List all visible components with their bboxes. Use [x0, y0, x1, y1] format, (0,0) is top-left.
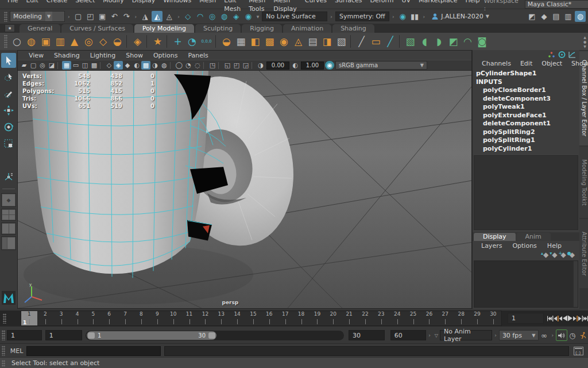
lasso-select-tool[interactable] [1, 70, 16, 85]
colorspace-dropdown[interactable]: sRGB gamma ▼ [335, 61, 427, 70]
exposure-icon[interactable]: ◑ [256, 61, 265, 70]
time-editor-icon[interactable]: ◷ [567, 330, 578, 340]
menu-item[interactable]: Marketplace [415, 0, 461, 13]
fps-dropdown[interactable]: 30 fps ▼ [499, 330, 539, 340]
menu-item[interactable]: Curves [301, 0, 331, 13]
layer-menu-item[interactable]: Layers [476, 242, 507, 250]
paint-select-tool[interactable] [1, 86, 16, 101]
shelf-tab-poly-modeling[interactable]: Poly Modeling [134, 24, 194, 33]
frame-cell[interactable]: 29 [469, 311, 485, 325]
frame-cell[interactable]: 22 [357, 311, 373, 325]
frame-cell[interactable]: 9 [149, 311, 165, 325]
color-management-icon[interactable]: ◉ [325, 61, 334, 70]
dropdown-arrow[interactable]: ▾ [254, 14, 262, 20]
menu-item[interactable]: Mesh Tools [245, 0, 269, 13]
frame-cell[interactable]: 7 [117, 311, 133, 325]
pane-layout-icon[interactable]: ◰ [232, 61, 241, 70]
group-collapse-arrow[interactable]: › [390, 14, 397, 20]
mirror-icon[interactable]: ◨ [320, 34, 334, 49]
shelf-tab-general[interactable]: General [20, 24, 60, 33]
menu-item[interactable]: Surfaces [331, 0, 366, 13]
command-input[interactable] [26, 346, 161, 356]
sep1[interactable] [126, 35, 129, 48]
time-slider-grip[interactable] [3, 313, 6, 324]
go-to-start-button[interactable] [547, 314, 552, 323]
pencil-curve-icon[interactable]: ╱ [383, 34, 397, 49]
shelf-tab-sculpting[interactable]: Sculpting [195, 24, 241, 33]
command-grip[interactable] [2, 346, 5, 356]
frame-cell[interactable]: 23 [373, 311, 389, 325]
user-account-menu[interactable]: J.ALLEN-2020 ▼ [428, 13, 493, 20]
speed-dial-icon[interactable] [558, 51, 566, 58]
group-collapse-arrow[interactable]: › [549, 332, 556, 338]
vsep2[interactable] [100, 62, 103, 69]
wireframe-mode-icon[interactable]: ◇ [105, 61, 114, 70]
menu-item[interactable]: Mesh [195, 0, 220, 13]
current-time-field[interactable]: 1 [508, 313, 544, 324]
shelf-tab-rigging[interactable]: Rigging [242, 24, 282, 33]
input-node-item[interactable]: deleteComponent1 [473, 120, 579, 128]
layout-single-pane[interactable]: ◆ [1, 193, 16, 207]
poly-torus-icon[interactable]: ◎ [82, 34, 96, 49]
wireframe-on-shaded-icon[interactable]: ▩ [141, 61, 150, 70]
sep4[interactable] [215, 35, 218, 48]
film-gate-icon[interactable]: ▭ [71, 61, 80, 70]
shelf-tab-animation[interactable]: Animation [283, 24, 331, 33]
last-tool-used[interactable] [1, 170, 16, 185]
panel-menu-item[interactable]: Lighting [85, 52, 121, 59]
shelf-menu-icon[interactable]: ▪ [5, 24, 15, 32]
panel-menu-item[interactable]: Options [148, 52, 183, 59]
frame-cell[interactable]: 12 [197, 311, 213, 325]
sep5[interactable] [350, 35, 353, 48]
snap-to-camera-icon[interactable]: ▰ [20, 61, 29, 70]
textured-mode-icon[interactable]: ◆ [123, 61, 132, 70]
symmetry-field[interactable]: Symmetry: Off [335, 12, 389, 21]
frame-cell[interactable]: 4 [69, 311, 86, 325]
layout-two-pane[interactable] [1, 223, 16, 235]
panel-menu-item[interactable]: Show [121, 52, 148, 59]
create-layer-from-selected-icon[interactable]: ●◆ [570, 251, 575, 258]
range-slider-bar-inner[interactable]: 1 30 [87, 331, 216, 340]
menu-item[interactable]: Display [128, 0, 160, 13]
anim-layer-dropdown-arrow[interactable]: ▽ [433, 333, 440, 338]
panel-menu-item[interactable]: Panels [183, 52, 213, 59]
smooth-icon[interactable]: ◉ [277, 34, 291, 49]
input-node-item[interactable]: polyCloseBorder1 [473, 86, 579, 95]
vsep5[interactable] [218, 62, 222, 69]
bookmarks-icon[interactable]: ◎ [38, 61, 47, 70]
channel-box-menu-item[interactable]: Edit [516, 60, 537, 67]
zero-transform-icon[interactable]: 0,0,0 [199, 34, 214, 49]
frame-cell[interactable]: 28 [453, 311, 469, 325]
graph-icon[interactable] [568, 51, 576, 58]
sidebar-attribute-editor-icon[interactable]: ▤ [551, 11, 562, 22]
tab-display[interactable]: Display [474, 233, 516, 241]
step-back-frame-button[interactable] [552, 314, 557, 323]
go-to-end-button[interactable] [583, 314, 588, 323]
vsep4[interactable] [203, 62, 207, 69]
frame-cell[interactable]: 16 [261, 311, 277, 325]
poly-disc-icon[interactable]: ◒ [110, 34, 125, 49]
lattice-icon[interactable]: ▧ [334, 34, 349, 49]
layer-menu-item[interactable]: Help [542, 242, 567, 250]
poly-cone-icon[interactable]: ▲ [67, 34, 82, 49]
quadrangulate-icon[interactable]: ▤ [305, 34, 320, 49]
frame-cell[interactable]: 11 [181, 311, 198, 325]
frame-cell[interactable]: 18 [293, 311, 310, 325]
workspace-dropdown[interactable]: Maya Classic* ▼ [525, 0, 588, 9]
grid-icon[interactable]: ▦ [62, 61, 71, 70]
frame-cell[interactable]: 1 1 [21, 311, 37, 325]
frame-ruler[interactable]: 1 1 2 3 4 5 [21, 310, 502, 326]
frame-cell[interactable]: 17 [277, 311, 293, 325]
marquee-select-icon[interactable]: ◳ [208, 61, 217, 70]
triangulate-icon[interactable]: ◬ [291, 34, 305, 49]
super-shape-icon[interactable]: ★ [150, 34, 165, 49]
duplicate-view-icon[interactable]: ◱ [223, 61, 232, 70]
frame-cell[interactable]: 5 [85, 311, 101, 325]
range-slider-groove[interactable]: 1 30 [86, 331, 344, 340]
scale-tool[interactable] [1, 136, 16, 151]
shape-node-name[interactable]: pCylinderShape1 [473, 68, 579, 78]
group-collapse-arrow[interactable]: › [65, 14, 72, 20]
loop-icon[interactable]: ∞ [539, 330, 549, 340]
shelf-tab-shading[interactable]: Shading [332, 24, 374, 33]
separate-icon[interactable]: ▦ [234, 34, 248, 49]
